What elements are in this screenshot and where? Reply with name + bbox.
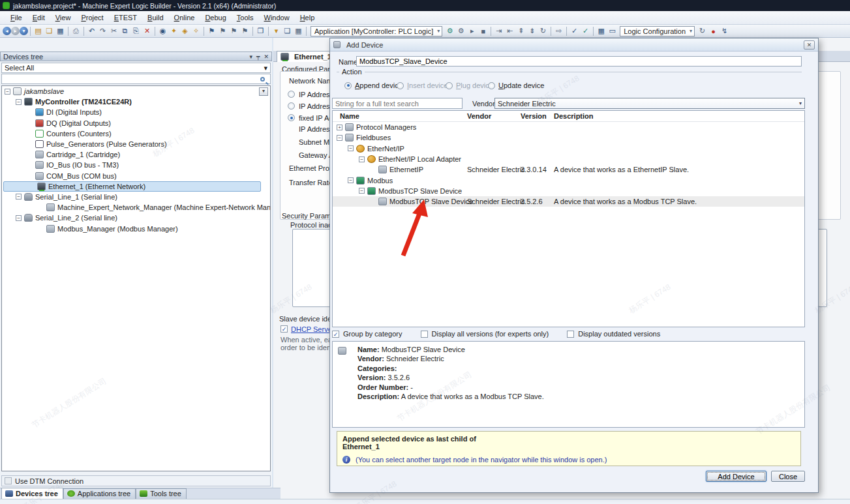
group-by-category-checkbox[interactable]: ✓ xyxy=(332,331,339,338)
collapse-icon[interactable]: − xyxy=(16,99,22,105)
step-over-icon[interactable]: ⇥ xyxy=(493,26,504,36)
close-icon[interactable]: ✕ xyxy=(264,53,269,60)
delete-icon[interactable]: ✕ xyxy=(142,26,153,36)
device-row-fieldbuses[interactable]: −Fieldbuses xyxy=(333,132,804,143)
undo-icon[interactable]: ↶ xyxy=(86,26,97,36)
nav-history-icon[interactable]: ▾ xyxy=(20,27,28,35)
menu-tools[interactable]: Tools xyxy=(232,12,259,23)
cut-icon[interactable]: ✂ xyxy=(108,26,119,36)
menu-build[interactable]: Build xyxy=(142,12,168,23)
paste-icon[interactable]: ⎘ xyxy=(130,26,142,36)
device-row-ethernet-ip-local-adapter[interactable]: −EtherNet/IP Local Adapter xyxy=(333,154,804,164)
use-dtm-checkbox[interactable] xyxy=(5,477,12,484)
tree-item-project[interactable]: −jakambslave xyxy=(2,86,270,96)
run-icon[interactable]: ▸ xyxy=(466,26,478,36)
application-selector[interactable]: Application [MyController: PLC Logic] ▾ xyxy=(311,26,442,37)
tree-item-serial-line-2[interactable]: −Serial_Line_2 (Serial line) xyxy=(2,213,270,223)
new-object-icon[interactable]: ❏ xyxy=(282,26,293,36)
step-in-icon[interactable]: ⇤ xyxy=(504,26,515,36)
print-icon[interactable]: ⎙ xyxy=(70,26,82,36)
fixed-ip-address-radio[interactable] xyxy=(288,114,295,121)
calendar-icon[interactable]: ▦ xyxy=(293,26,304,36)
device-filter-select[interactable]: Select All ▾ xyxy=(1,63,271,73)
unforce-values-icon[interactable]: ✓ xyxy=(580,26,591,36)
tree-item-io-bus[interactable]: IO_Bus (IO bus - TM3) xyxy=(2,160,270,170)
device-row-modbustcp-slave-device[interactable]: ModbusTCP Slave Device Schneider Electri… xyxy=(333,196,804,207)
tree-item-com-bus[interactable]: COM_Bus (COM bus) xyxy=(2,171,270,181)
menu-edit[interactable]: Edit xyxy=(27,12,50,23)
menu-online[interactable]: Online xyxy=(169,12,200,23)
tree-item-cartridge[interactable]: Cartridge_1 (Cartridge) xyxy=(2,149,270,160)
tree-item-di[interactable]: DI (Digital Inputs) xyxy=(2,107,270,117)
vendor-select[interactable]: Schneider Electric ▾ xyxy=(494,98,805,109)
tree-item-ethernet-1[interactable]: Ethernet_1 (Ethernet Network) xyxy=(3,181,261,192)
expand-icon[interactable]: + xyxy=(337,125,342,130)
device-row-protocol-managers[interactable]: +Protocol Managers xyxy=(333,122,804,132)
tree-item-mycontroller[interactable]: −MyController (TM241CE24R) xyxy=(2,96,270,107)
update-device-radio[interactable] xyxy=(488,82,495,89)
record-icon[interactable]: ● xyxy=(708,26,719,36)
device-row-modbustcp-category[interactable]: −ModbusTCP Slave Device xyxy=(333,186,804,196)
logout-icon[interactable]: ⚙ xyxy=(455,26,466,36)
ip-address-dhcp-radio[interactable] xyxy=(288,91,295,98)
bookmark-clear-icon[interactable]: ⚑ xyxy=(239,26,250,36)
replace-icon[interactable]: ◈ xyxy=(179,26,190,36)
device-row-modbus[interactable]: −Modbus xyxy=(333,175,804,185)
flash-icon[interactable]: ↯ xyxy=(719,26,730,36)
save-icon[interactable]: ▦ xyxy=(55,26,66,36)
find-icon[interactable]: ◉ xyxy=(157,26,168,36)
tree-item-counters[interactable]: Counters (Counters) xyxy=(2,128,270,139)
open-file-icon[interactable]: ❏ xyxy=(44,26,55,36)
plug-device-radio[interactable] xyxy=(446,82,453,89)
device-search-input[interactable] xyxy=(1,74,271,84)
ip-address-bootp-radio[interactable] xyxy=(288,102,295,110)
menu-etest[interactable]: ETEST xyxy=(109,12,142,23)
collapse-icon[interactable]: − xyxy=(5,89,10,95)
collapse-icon[interactable]: − xyxy=(16,194,22,200)
screen-view-icon[interactable]: ▭ xyxy=(607,26,618,36)
back-icon[interactable]: ◂ xyxy=(3,27,11,35)
tab-applications-tree[interactable]: Applications tree xyxy=(63,488,136,499)
new-file-icon[interactable]: ▤ xyxy=(33,26,44,36)
refresh-icon[interactable]: ↻ xyxy=(697,26,708,36)
write-values-icon[interactable]: ✓ xyxy=(569,26,580,36)
bookmark-toggle-icon[interactable]: ⚑ xyxy=(206,26,217,36)
tree-item-modbus-manager[interactable]: Modbus_Manager (Modbus Manager) xyxy=(2,223,270,233)
single-cycle-icon[interactable]: ⇟ xyxy=(526,26,538,36)
tab-devices-tree[interactable]: Devices tree xyxy=(1,488,63,499)
device-list-header[interactable]: Name Vendor Version Description xyxy=(333,111,804,122)
collapse-icon[interactable]: − xyxy=(359,156,365,162)
tree-item-serial-line-1[interactable]: −Serial_Line_1 (Serial line) xyxy=(2,192,270,202)
step-out-icon[interactable]: ⇞ xyxy=(515,26,526,36)
window-list-icon[interactable]: ❐ xyxy=(255,26,266,36)
display-outdated-versions-checkbox[interactable] xyxy=(567,331,574,338)
bookmark-prev-icon[interactable]: ⚑ xyxy=(228,26,239,36)
menu-project[interactable]: Project xyxy=(76,12,108,23)
redo-icon[interactable]: ↷ xyxy=(97,26,108,36)
bookmark-next-icon[interactable]: ⚑ xyxy=(217,26,228,36)
dialog-close-button[interactable]: ✕ xyxy=(804,40,815,50)
copy-icon[interactable]: ⧉ xyxy=(119,26,130,36)
pin-icon[interactable]: ┯ xyxy=(256,53,260,60)
device-row-ethernetip[interactable]: EthernetIP Schneider Electric 3.3.0.14 A… xyxy=(333,164,804,175)
full-text-search-input[interactable] xyxy=(332,98,463,109)
panel-menu-icon[interactable]: ▾ xyxy=(250,53,253,60)
grid-view-icon[interactable]: ▦ xyxy=(596,26,607,36)
tab-tools-tree[interactable]: Tools tree xyxy=(136,488,187,499)
display-all-versions-checkbox[interactable] xyxy=(421,331,428,338)
tree-item-pulse-generators[interactable]: Pulse_Generators (Pulse Generators) xyxy=(2,139,270,149)
logic-configuration-selector[interactable]: Logic Configuration ▾ xyxy=(620,26,695,37)
stop-icon[interactable]: ■ xyxy=(478,26,489,36)
menu-file[interactable]: File xyxy=(5,12,27,23)
force-values-icon[interactable]: ⇨ xyxy=(553,26,564,36)
close-button[interactable]: Close xyxy=(771,471,805,482)
forward-icon[interactable]: ▸ xyxy=(11,27,20,35)
login-icon[interactable]: ⚙ xyxy=(444,26,455,36)
dhcp-server-checkbox[interactable]: ✓ xyxy=(281,325,288,333)
collapse-icon[interactable]: − xyxy=(348,145,354,151)
menu-debug[interactable]: Debug xyxy=(200,12,231,23)
device-name-input[interactable] xyxy=(356,56,802,67)
tree-item-machine-expert-network-manager[interactable]: Machine_Expert_Network_Manager (Machine … xyxy=(2,202,270,213)
collapse-icon[interactable]: − xyxy=(359,188,365,194)
reset-icon[interactable]: ↻ xyxy=(538,26,549,36)
